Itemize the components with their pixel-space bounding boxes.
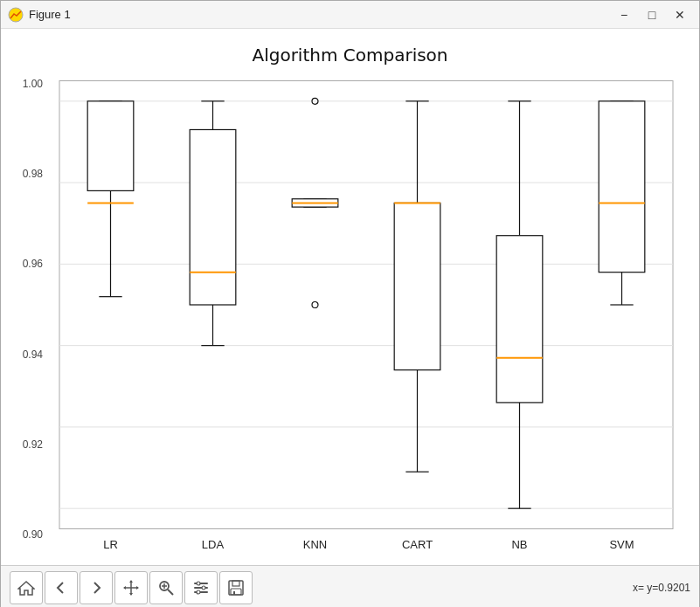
- y-label-3: 0.94: [10, 348, 43, 361]
- zoom-button[interactable]: [149, 571, 183, 604]
- y-label-1: 0.90: [10, 528, 43, 541]
- chart-area: Algorithm Comparison 1.00 0.98 0.96 0.94…: [1, 29, 699, 565]
- pan-icon: [122, 579, 140, 597]
- plot-container: 1.00 0.98 0.96 0.94 0.92 0.90 LRLDAKNNCA…: [10, 71, 690, 565]
- minimize-button[interactable]: −: [612, 5, 636, 24]
- main-window: Figure 1 − □ ✕ Algorithm Comparison 1.00…: [0, 0, 700, 607]
- plot-svg-wrapper: LRLDAKNNCARTNBSVM: [46, 71, 690, 565]
- config-button[interactable]: [184, 571, 218, 604]
- svg-marker-56: [129, 593, 133, 596]
- svg-text:LR: LR: [103, 538, 118, 551]
- svg-rect-64: [194, 587, 208, 589]
- y-label-5: 0.98: [10, 168, 43, 180]
- chart-title: Algorithm Comparison: [10, 38, 690, 71]
- maximize-button[interactable]: □: [640, 5, 664, 24]
- save-icon: [227, 579, 245, 597]
- svg-marker-57: [123, 586, 126, 590]
- svg-rect-65: [194, 591, 208, 593]
- svg-text:NB: NB: [511, 538, 527, 551]
- svg-text:SVM: SVM: [609, 538, 634, 551]
- y-label-4: 0.96: [10, 258, 43, 270]
- status-text: x= y=0.9201: [633, 582, 690, 594]
- back-button[interactable]: [45, 571, 78, 604]
- svg-point-66: [197, 582, 200, 585]
- back-icon: [53, 580, 69, 596]
- svg-marker-58: [136, 586, 139, 590]
- svg-rect-42: [496, 236, 543, 403]
- svg-point-68: [197, 590, 200, 594]
- svg-marker-55: [129, 580, 133, 583]
- svg-rect-72: [233, 591, 235, 595]
- y-axis-labels: 1.00 0.98 0.96 0.94 0.92 0.90: [10, 71, 46, 565]
- forward-icon: [88, 580, 104, 596]
- svg-rect-12: [87, 101, 134, 191]
- config-icon: [192, 579, 210, 597]
- zoom-icon: [157, 579, 175, 597]
- svg-point-67: [202, 586, 205, 590]
- svg-marker-52: [18, 582, 34, 595]
- y-label-6: 1.00: [10, 78, 43, 90]
- svg-rect-71: [231, 589, 241, 595]
- svg-text:CART: CART: [402, 538, 433, 551]
- svg-rect-1: [59, 81, 673, 529]
- forward-button[interactable]: [80, 571, 113, 604]
- title-bar: Figure 1 − □ ✕: [1, 1, 699, 29]
- window-title: Figure 1: [29, 8, 71, 21]
- svg-rect-63: [194, 583, 208, 584]
- chart-svg[interactable]: LRLDAKNNCARTNBSVM: [46, 71, 690, 565]
- svg-rect-70: [232, 581, 239, 586]
- toolbar: x= y=0.9201: [1, 565, 699, 607]
- svg-rect-19: [190, 129, 236, 305]
- svg-rect-49: [599, 101, 645, 272]
- svg-text:LDA: LDA: [202, 538, 225, 551]
- home-icon: [17, 580, 35, 596]
- pan-button[interactable]: [114, 571, 148, 604]
- window-controls: − □ ✕: [612, 5, 692, 24]
- title-bar-left: Figure 1: [8, 7, 71, 23]
- close-button[interactable]: ✕: [668, 5, 692, 24]
- home-button[interactable]: [10, 571, 43, 604]
- app-icon: [8, 7, 24, 23]
- save-button[interactable]: [219, 571, 253, 604]
- y-label-2: 0.92: [10, 438, 43, 451]
- svg-rect-35: [394, 203, 440, 369]
- toolbar-left: [10, 571, 253, 604]
- svg-text:KNN: KNN: [303, 538, 327, 551]
- svg-line-60: [168, 590, 173, 595]
